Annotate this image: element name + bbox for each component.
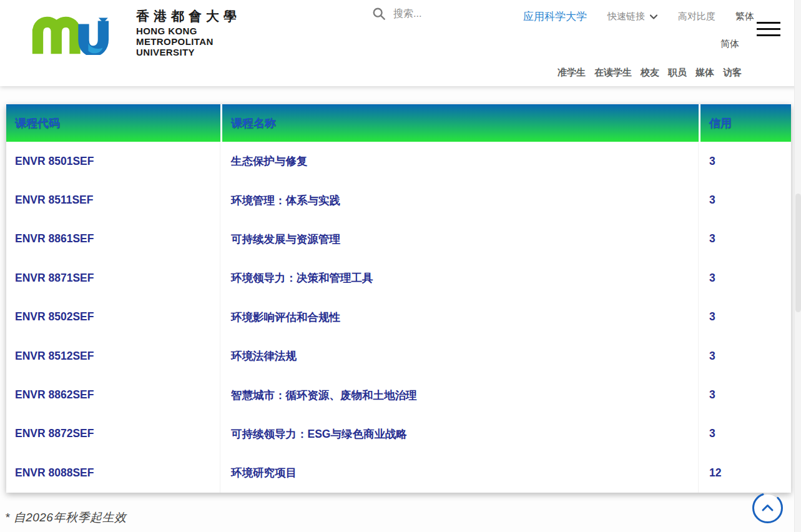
audience-nav: 准学生在读学生校友职员媒体访客	[558, 67, 742, 79]
cell-name: 智慧城市：循环资源、废物和土地治理	[222, 375, 699, 414]
mu-logo-icon	[19, 7, 125, 55]
table-row: ENVR 8862SEF智慧城市：循环资源、废物和土地治理3	[6, 375, 791, 414]
cell-code: ENVR 8511SEF	[6, 180, 220, 219]
logo-chinese-name: 香港都會大學	[136, 9, 241, 24]
logo-english-name: HONG KONG METROPOLITAN UNIVERSITY	[136, 26, 241, 57]
cell-code: ENVR 8872SEF	[6, 415, 220, 453]
quick-links-dropdown[interactable]: 快速链接	[607, 11, 657, 22]
cell-code: ENVR 8862SEF	[6, 375, 220, 414]
nav-item[interactable]: 校友	[641, 67, 659, 79]
cell-code: ENVR 8871SEF	[6, 259, 220, 297]
cell-credits: 3	[700, 298, 791, 337]
column-header-name: 课程名称	[222, 104, 699, 142]
cell-name: 环境领导力：决策和管理工具	[222, 259, 699, 297]
cell-code: ENVR 8088SEF	[6, 453, 220, 492]
scroll-progress-ring	[752, 492, 784, 524]
cell-code: ENVR 8861SEF	[6, 220, 220, 259]
cell-credits: 3	[700, 415, 791, 453]
scrollbar-thumb[interactable]	[795, 194, 801, 312]
site-header: 香港都會大學 HONG KONG METROPOLITAN UNIVERSITY…	[0, 0, 801, 86]
cell-credits: 3	[700, 375, 791, 414]
table-row: ENVR 8512SEF环境法律法规3	[6, 337, 791, 375]
cell-code: ENVR 8501SEF	[6, 142, 220, 180]
lang-simplified-link[interactable]: 简体	[720, 38, 739, 50]
top-utility-links: 应用科学大学 快速链接 高对比度 繁体	[523, 9, 754, 24]
cell-name: 环境法律法规	[222, 337, 699, 375]
cell-name: 环境研究项目	[222, 453, 699, 492]
cell-credits: 12	[700, 453, 791, 492]
cell-credits: 3	[700, 180, 791, 219]
logo-text: 香港都會大學 HONG KONG METROPOLITAN UNIVERSITY	[136, 7, 241, 57]
page-scrollbar[interactable]	[794, 0, 801, 532]
table-header-row: 课程代码 课程名称 信用	[6, 104, 791, 142]
table-row: ENVR 8502SEF环境影响评估和合规性3	[6, 298, 791, 337]
university-logo[interactable]: 香港都會大學 HONG KONG METROPOLITAN UNIVERSITY	[19, 7, 241, 57]
table-row: ENVR 8871SEF环境领导力：决策和管理工具3	[6, 259, 791, 297]
cell-code: ENVR 8512SEF	[6, 337, 220, 375]
nav-item[interactable]: 媒体	[695, 67, 714, 79]
cell-credits: 3	[700, 259, 791, 297]
cell-credits: 3	[700, 142, 791, 180]
nav-item[interactable]: 准学生	[558, 67, 586, 79]
search-icon	[372, 7, 386, 21]
cell-name: 可持续发展与资源管理	[222, 220, 699, 259]
high-contrast-toggle[interactable]: 高对比度	[678, 11, 715, 22]
cell-code: ENVR 8502SEF	[6, 298, 220, 337]
nav-item[interactable]: 访客	[723, 67, 742, 79]
cell-credits: 3	[700, 220, 791, 259]
scroll-to-top-button[interactable]	[752, 492, 784, 524]
search-placeholder: 搜索...	[393, 7, 421, 21]
course-table: 课程代码 课程名称 信用 ENVR 8501SEF生态保护与修复3ENVR 85…	[6, 104, 791, 493]
cell-credits: 3	[700, 337, 791, 375]
table-row: ENVR 8501SEF生态保护与修复3	[6, 142, 791, 180]
effective-date-footnote: * 自2026年秋季起生效	[5, 510, 126, 526]
menu-hamburger-icon[interactable]	[757, 22, 780, 37]
cell-name: 生态保护与修复	[222, 142, 699, 180]
cell-name: 环境管理：体系与实践	[222, 180, 699, 219]
cell-name: 可持续领导力：ESG与绿色商业战略	[222, 415, 699, 453]
search-input[interactable]: 搜索...	[372, 7, 421, 21]
nav-item[interactable]: 职员	[668, 67, 687, 79]
chevron-down-icon	[650, 14, 657, 19]
nav-item[interactable]: 在读学生	[594, 67, 632, 79]
table-row: ENVR 8511SEF环境管理：体系与实践3	[6, 180, 791, 219]
main-content: 课程代码 课程名称 信用 ENVR 8501SEF生态保护与修复3ENVR 85…	[0, 86, 801, 532]
table-row: ENVR 8088SEF环境研究项目12	[6, 453, 791, 492]
table-body: ENVR 8501SEF生态保护与修复3ENVR 8511SEF环境管理：体系与…	[6, 142, 791, 493]
table-row: ENVR 8872SEF可持续领导力：ESG与绿色商业战略3	[6, 415, 791, 453]
lang-traditional-link[interactable]: 繁体	[735, 11, 754, 22]
cell-name: 环境影响评估和合规性	[222, 298, 699, 337]
faculty-link[interactable]: 应用科学大学	[523, 9, 587, 24]
page: 香港都會大學 HONG KONG METROPOLITAN UNIVERSITY…	[0, 0, 801, 532]
column-header-code: 课程代码	[6, 104, 220, 142]
column-header-credits: 信用	[700, 104, 791, 142]
table-row: ENVR 8861SEF可持续发展与资源管理3	[6, 220, 791, 259]
